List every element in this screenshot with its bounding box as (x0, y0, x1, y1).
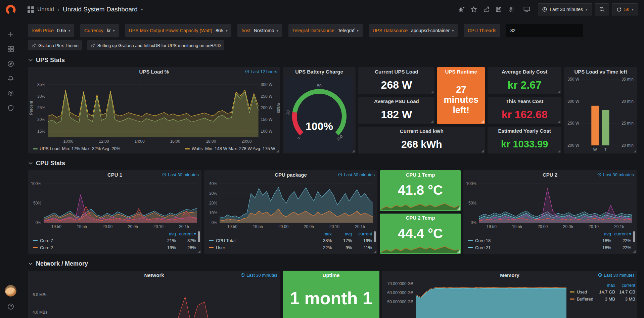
panel-title[interactable]: UPS Load vs Time left (564, 67, 637, 76)
dashboards-icon[interactable] (3, 42, 18, 56)
variable-kwh-price[interactable]: kWh Price 0.65▾ (28, 24, 74, 37)
refresh-picker[interactable]: 5s ▾ (612, 3, 638, 15)
svg-text:20%: 20% (37, 117, 45, 122)
panel-title[interactable]: Network Last 30 minutes (28, 271, 280, 279)
svg-text:20:10: 20:10 (153, 224, 164, 229)
panel-ups-battery: UPS Battery Charge 02050100100% (283, 67, 356, 153)
avatar[interactable] (5, 285, 16, 297)
cpu-threads-input[interactable] (506, 24, 583, 37)
breadcrumb-separator-icon: › (57, 6, 59, 13)
panel-title[interactable]: Average PSU Load (358, 97, 434, 106)
panel-title[interactable]: Uptime (283, 271, 379, 279)
panel-title[interactable]: CPU 1 Last 30 minutes (28, 170, 201, 179)
svg-text:15%: 15% (37, 129, 45, 134)
star-button[interactable] (469, 5, 478, 14)
panel-title[interactable]: UPS Runtime (437, 67, 485, 76)
legend-row[interactable]: Buffered3 MB3 MB (570, 296, 635, 303)
grafana-logo-icon[interactable] (5, 4, 16, 17)
add-panel-button[interactable] (457, 5, 466, 14)
svg-text:18:00: 18:00 (206, 139, 216, 144)
panel-title[interactable]: This Years Cost (488, 97, 561, 105)
legend-header: avgcurrent ▾ (468, 231, 631, 237)
panel-title[interactable]: UPS Load % Last 12 hours (28, 67, 280, 76)
chevron-down-icon (28, 262, 33, 266)
panel-title[interactable]: Memory Last 30 minutes (382, 271, 637, 279)
cpu1-chart[interactable]: 100%50%0%19:5019:5520:0020:0520:1020:15 (28, 179, 201, 230)
create-icon[interactable] (3, 27, 18, 42)
legend-row[interactable]: CPU Total38%17%19% (209, 237, 372, 244)
svg-text:20: 20 (285, 110, 291, 115)
cpu-package-chart[interactable]: 40%30%20%10%0%19:5019:5520:0020:0520:102… (204, 179, 377, 230)
panel-title[interactable]: Current UPS Load (358, 67, 434, 76)
panel-title[interactable]: CPU 2 Temp (380, 214, 461, 222)
help-icon[interactable] (3, 299, 18, 314)
svg-text:Watts: Watts (276, 103, 280, 113)
panel-est-yearly-cost: Estimated Yearly Cost kr 1033.99 (488, 127, 561, 153)
svg-text:20:05: 20:05 (128, 224, 138, 229)
legend-item[interactable]: UPS Load Min: 17% Max: 32% Avg: 20% (33, 146, 120, 153)
svg-text:50.000000 GB: 50.000000 GB (387, 300, 413, 304)
configuration-icon[interactable] (3, 86, 18, 101)
variable-ups-max-power[interactable]: UPS Max Output Power Capacity (Watt) 865… (125, 24, 232, 37)
svg-text:16:00: 16:00 (170, 139, 180, 144)
settings-button[interactable] (506, 5, 516, 14)
top-navbar: Unraid › Unraid System Dashboard ▾ (21, 0, 644, 19)
alerting-icon[interactable] (3, 71, 18, 86)
panel-title[interactable]: Average Daily Cost (488, 67, 561, 76)
legend-row[interactable]: User22%9%11% (209, 244, 372, 251)
svg-text:0%: 0% (471, 220, 477, 225)
svg-text:10:00: 10:00 (63, 139, 73, 144)
panel-title[interactable]: CPU 1 Temp (380, 170, 461, 179)
legend-scrollbar[interactable] (374, 231, 376, 242)
legend-item[interactable]: Watts Min: 148 W Max: 278 W Avg: 175 W (185, 146, 275, 153)
variable-host[interactable]: host Nostromo▾ (237, 24, 282, 37)
title-caret-icon[interactable]: ▾ (141, 7, 143, 12)
variable-ups-datasource[interactable]: UPS Datasource apcupsd-container▾ (369, 24, 458, 37)
row-header-network-memory[interactable]: Network / Memory (28, 258, 637, 269)
legend-scrollbar[interactable] (633, 231, 635, 242)
stat-value: kr 1033.99 (488, 135, 561, 153)
link-grafana-plex-theme[interactable]: Grafana Plex Theme (28, 40, 82, 50)
dashboard-picker-icon[interactable] (28, 6, 34, 13)
stat-value: kr 2.67 (488, 76, 561, 94)
save-button[interactable] (494, 5, 503, 14)
time-range-picker[interactable]: Last 30 minutes ▾ (538, 3, 592, 15)
row-header-cpu-stats[interactable]: CPU Stats (28, 157, 637, 169)
ups-load-vs-time-chart[interactable]: 350 W300 W250 W200 W35 min30 min25 min20… (564, 76, 637, 153)
panel-title[interactable]: UPS Battery Charge (283, 67, 356, 76)
zoom-out-button[interactable] (595, 3, 609, 15)
network-chart[interactable]: 6.0 MBs4.0 MBs2.0 MBs (28, 279, 280, 318)
share-button[interactable] (481, 5, 491, 14)
svg-text:4.0 MBs: 4.0 MBs (33, 310, 47, 315)
panel-title[interactable]: CPU 2 Last 30 minutes (463, 170, 637, 179)
clock-icon (245, 70, 249, 74)
ups-mid-group: Current UPS Load 268 W Average PSU Load … (358, 67, 485, 153)
variable-currency[interactable]: Currency kr▾ (80, 24, 119, 37)
ups-load-chart[interactable]: 35%30%25%20%15%300 W250 W200 W150 W100 W… (28, 76, 280, 145)
explore-icon[interactable] (3, 56, 18, 71)
ups-battery-gauge[interactable]: 02050100100% (283, 76, 356, 153)
server-admin-icon[interactable] (3, 101, 18, 116)
svg-text:0%: 0% (36, 220, 42, 225)
panel-title[interactable]: CPU package Last 30 minutes (204, 170, 377, 179)
row-header-ups-stats[interactable]: UPS Stats (28, 54, 637, 66)
dashboard-title[interactable]: Unraid System Dashboard (63, 6, 138, 13)
legend-row[interactable]: Core 721%37% (33, 237, 196, 244)
legend-scrollbar[interactable] (198, 231, 200, 242)
panel-title[interactable]: Current Load kWh (358, 127, 485, 135)
breadcrumb-section[interactable]: Unraid (37, 6, 54, 13)
timeshift-label: Last 30 minutes (338, 170, 375, 179)
tv-cycle-button[interactable] (522, 5, 532, 14)
svg-text:20:05: 20:05 (304, 224, 314, 229)
panel-title[interactable]: Estimated Yearly Cost (488, 127, 561, 135)
panel-ups-load: UPS Load % Last 12 hours 35%30%25%20%15%… (28, 67, 280, 153)
memory-chart[interactable]: 70.000000 GB60.000000 GB50.000000 GB (382, 279, 570, 318)
dashboard: kWh Price 0.65▾ Currency kr▾ UPS Max Out… (21, 19, 644, 318)
legend-row[interactable]: Core 2118%22% (468, 244, 631, 251)
legend-row[interactable]: Used14.7 GB14.7 GB (570, 288, 635, 296)
legend-row[interactable]: Core 1818%22% (468, 237, 631, 244)
cpu2-chart[interactable]: 100%50%0%19:5019:5520:0020:0520:1020:15 (463, 179, 637, 230)
variable-telegraf-datasource[interactable]: Telegraf Datasource Telegraf▾ (288, 24, 363, 37)
legend-row[interactable]: Core 219%28% (33, 244, 196, 251)
link-ups-monitoring-guide[interactable]: Setting up Grafana and InfluxDB for UPS … (87, 40, 224, 50)
